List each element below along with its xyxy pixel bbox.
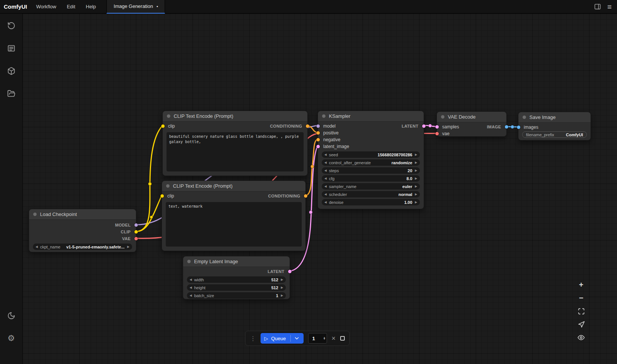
node-ksampler[interactable]: KSampler model LATENT positive negative … bbox=[318, 111, 424, 209]
step-left-icon[interactable]: ◀ bbox=[324, 193, 327, 196]
step-right-icon[interactable]: ▶ bbox=[415, 153, 417, 156]
output-slot-conditioning[interactable] bbox=[304, 194, 307, 198]
step-right-icon[interactable]: ▶ bbox=[281, 294, 283, 297]
node-empty-latent-image[interactable]: Empty Latent Image LATENT ◀ width 512 ▶ … bbox=[183, 256, 290, 299]
node-header[interactable]: Empty Latent Image bbox=[183, 256, 290, 267]
collapse-dot-icon[interactable] bbox=[441, 115, 444, 119]
node-header[interactable]: VAE Decode bbox=[437, 112, 506, 122]
output-slot-clip[interactable] bbox=[134, 230, 138, 234]
node-library-icon[interactable] bbox=[7, 44, 16, 53]
step-right-icon[interactable]: ▶ bbox=[415, 161, 417, 164]
widget-sampler-name[interactable]: ◀ sampler_name euler ▶ bbox=[322, 183, 420, 190]
step-right-icon[interactable]: ▶ bbox=[281, 286, 283, 289]
prompt-textarea[interactable]: text, watermark bbox=[166, 202, 302, 247]
output-slot-image[interactable] bbox=[505, 125, 508, 129]
input-slot-positive[interactable] bbox=[316, 131, 320, 135]
widget-scheduler[interactable]: ◀ scheduler normal ▶ bbox=[322, 191, 420, 197]
collapse-dot-icon[interactable] bbox=[523, 116, 526, 119]
workflows-folder-icon[interactable] bbox=[7, 89, 16, 98]
step-left-icon[interactable]: ◀ bbox=[324, 161, 327, 164]
output-slot-model[interactable] bbox=[134, 224, 138, 227]
node-header[interactable]: KSampler bbox=[318, 111, 424, 122]
input-slot-vae[interactable] bbox=[435, 132, 439, 136]
step-left-icon[interactable]: ◀ bbox=[35, 245, 38, 248]
zoom-out-icon[interactable]: − bbox=[577, 294, 585, 302]
step-left-icon[interactable]: ◀ bbox=[324, 153, 327, 156]
select-navigate-icon[interactable] bbox=[577, 321, 585, 328]
model-library-icon[interactable] bbox=[7, 66, 16, 76]
toggle-visibility-eye-icon[interactable] bbox=[577, 334, 585, 341]
widget-filename-prefix[interactable]: filename_prefix ComfyUI bbox=[522, 131, 587, 138]
step-right-icon[interactable]: ▶ bbox=[415, 185, 417, 188]
drag-handle-icon[interactable]: ⋮ bbox=[250, 335, 256, 342]
node-load-checkpoint[interactable]: Load Checkpoint MODEL CLIP VAE ◀ ckpt_na… bbox=[29, 209, 136, 252]
node-header[interactable]: CLIP Text Encode (Prompt) bbox=[162, 181, 305, 191]
input-slot-samples[interactable] bbox=[435, 125, 439, 129]
step-right-icon[interactable]: ▶ bbox=[281, 278, 283, 281]
app-logo[interactable]: ComfyUI bbox=[0, 3, 32, 10]
input-slot-images[interactable] bbox=[517, 126, 520, 129]
input-slot-latent-image[interactable] bbox=[316, 145, 320, 148]
input-slot-clip[interactable] bbox=[160, 194, 164, 198]
node-header[interactable]: Save Image bbox=[518, 112, 591, 123]
batch-count-input[interactable]: 1 ▴ ▾ bbox=[308, 333, 327, 344]
panel-toggle-icon[interactable] bbox=[593, 2, 602, 11]
widget-batch-size[interactable]: ◀ batch_size 1 ▶ bbox=[187, 292, 286, 299]
queue-button[interactable]: ▷ Queue bbox=[261, 333, 304, 344]
zoom-in-icon[interactable]: + bbox=[577, 281, 585, 288]
tab-image-generation[interactable]: Image Generation ● bbox=[106, 0, 165, 14]
queue-options-chevron-icon[interactable] bbox=[294, 335, 300, 341]
decrement-icon[interactable]: ▾ bbox=[324, 338, 325, 340]
collapse-dot-icon[interactable] bbox=[166, 184, 170, 188]
batch-stepper[interactable]: ▴ ▾ bbox=[324, 337, 325, 340]
step-right-icon[interactable]: ▶ bbox=[415, 193, 417, 196]
widget-steps[interactable]: ◀ steps 20 ▶ bbox=[322, 167, 420, 174]
step-left-icon[interactable]: ◀ bbox=[190, 286, 192, 289]
menu-workflow[interactable]: Workflow bbox=[36, 4, 56, 9]
widget-cfg[interactable]: ◀ cfg 8.0 ▶ bbox=[322, 175, 420, 182]
step-right-icon[interactable]: ▶ bbox=[415, 201, 417, 204]
step-left-icon[interactable]: ◀ bbox=[324, 185, 327, 188]
node-clip-text-encode-negative[interactable]: CLIP Text Encode (Prompt) clip CONDITION… bbox=[162, 180, 306, 251]
widget-seed[interactable]: ◀ seed 156680208700286 ▶ bbox=[322, 151, 420, 158]
input-slot-model[interactable] bbox=[316, 125, 320, 128]
input-slot-clip[interactable] bbox=[161, 125, 165, 128]
widget-control-after-generate[interactable]: ◀ control_after_generate randomize ▶ bbox=[322, 159, 420, 166]
hamburger-menu-icon[interactable]: ≡ bbox=[607, 3, 612, 11]
step-left-icon[interactable]: ◀ bbox=[324, 201, 327, 204]
node-header[interactable]: Load Checkpoint bbox=[29, 209, 136, 220]
node-save-image[interactable]: Save Image images filename_prefix ComfyU… bbox=[518, 112, 591, 140]
settings-gear-icon[interactable]: ⚙ bbox=[7, 334, 16, 343]
step-left-icon[interactable]: ◀ bbox=[190, 294, 192, 297]
step-left-icon[interactable]: ◀ bbox=[324, 169, 327, 172]
output-slot-latent[interactable] bbox=[288, 270, 292, 273]
menu-edit[interactable]: Edit bbox=[67, 4, 75, 9]
collapse-dot-icon[interactable] bbox=[322, 114, 325, 118]
fit-view-icon[interactable] bbox=[577, 307, 585, 315]
input-slot-negative[interactable] bbox=[316, 138, 320, 142]
clear-queue-icon[interactable]: × bbox=[332, 335, 336, 342]
step-right-icon[interactable]: ▶ bbox=[127, 245, 130, 248]
prompt-textarea[interactable]: beautiful scenery nature glass bottle la… bbox=[167, 132, 304, 171]
interrupt-stop-icon[interactable] bbox=[340, 336, 345, 341]
node-header[interactable]: CLIP Text Encode (Prompt) bbox=[163, 111, 307, 122]
step-right-icon[interactable]: ▶ bbox=[415, 169, 417, 172]
node-clip-text-encode-positive[interactable]: CLIP Text Encode (Prompt) clip CONDITION… bbox=[162, 111, 308, 176]
collapse-dot-icon[interactable] bbox=[167, 114, 170, 118]
theme-toggle-moon-icon[interactable] bbox=[7, 311, 16, 320]
widget-width[interactable]: ◀ width 512 ▶ bbox=[187, 276, 286, 283]
widget-denoise[interactable]: ◀ denoise 1.00 ▶ bbox=[322, 199, 420, 205]
widget-height[interactable]: ◀ height 512 ▶ bbox=[187, 284, 286, 291]
step-left-icon[interactable]: ◀ bbox=[190, 278, 192, 281]
widget-ckpt-name[interactable]: ◀ ckpt_name v1-5-pruned-emaonly.safete..… bbox=[33, 244, 132, 250]
node-vae-decode[interactable]: VAE Decode samples IMAGE vae bbox=[437, 111, 507, 137]
collapse-dot-icon[interactable] bbox=[33, 213, 37, 216]
output-slot-vae[interactable] bbox=[134, 237, 138, 241]
step-left-icon[interactable]: ◀ bbox=[324, 177, 327, 180]
output-slot-latent[interactable] bbox=[422, 125, 426, 128]
collapse-dot-icon[interactable] bbox=[187, 260, 191, 263]
menu-help[interactable]: Help bbox=[86, 4, 96, 9]
step-right-icon[interactable]: ▶ bbox=[415, 177, 417, 180]
output-slot-conditioning[interactable] bbox=[306, 125, 309, 128]
queue-history-icon[interactable] bbox=[7, 21, 16, 30]
